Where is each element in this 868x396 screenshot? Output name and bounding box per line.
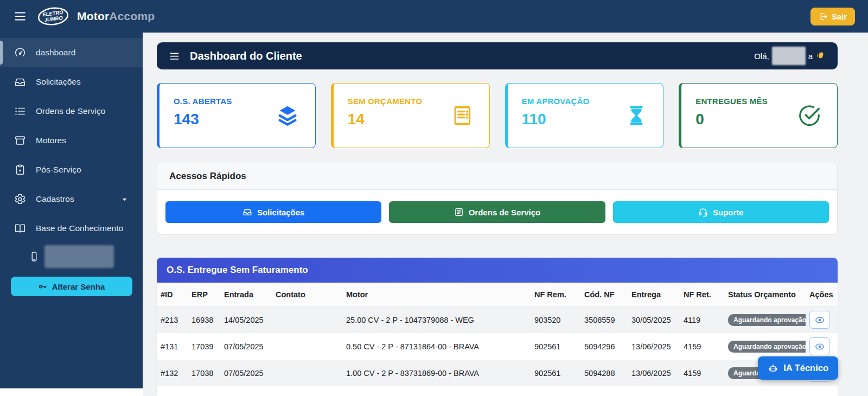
page-title: Dashboard do Cliente bbox=[190, 50, 302, 62]
quick-button-suporte[interactable]: Suporte bbox=[613, 201, 829, 223]
view-order-button[interactable] bbox=[809, 337, 830, 355]
sidebar-item-motores[interactable]: Motores bbox=[0, 126, 143, 155]
col-id: #ID bbox=[157, 290, 188, 299]
speedometer-icon bbox=[14, 47, 26, 59]
sidebar-user-row bbox=[0, 243, 143, 270]
hamburger-icon[interactable] bbox=[169, 50, 180, 62]
phone-icon bbox=[29, 251, 40, 262]
cell-motor: 1.00 CV - 2 P - 83731869-00 - BRAVA bbox=[342, 369, 531, 378]
redacted-user-name bbox=[772, 47, 806, 65]
view-order-button[interactable] bbox=[809, 311, 830, 329]
clipboard-icon bbox=[14, 164, 26, 176]
gear-icon bbox=[14, 193, 26, 205]
quick-button-solicitacoes[interactable]: Solicitações bbox=[165, 201, 381, 223]
col-cod-nf: Cód. NF bbox=[580, 290, 628, 299]
logout-icon bbox=[819, 12, 828, 21]
archive-box-icon bbox=[14, 135, 26, 146]
chevron-down-icon[interactable] bbox=[120, 195, 129, 203]
cell-nf-ret: 4159 bbox=[680, 342, 724, 351]
eye-icon bbox=[815, 342, 825, 352]
sidebar-item-pos-servico[interactable]: Pós-Serviço bbox=[0, 155, 143, 184]
col-entrega: Entrega bbox=[628, 290, 680, 299]
eye-icon bbox=[815, 315, 825, 325]
cell-nf-rem: 902561 bbox=[531, 369, 580, 378]
cell-id: #131 bbox=[157, 342, 188, 351]
os-table-title: O.S. Entregue Sem Faturamento bbox=[157, 258, 838, 283]
quick-button-label: Suporte bbox=[713, 208, 744, 217]
user-greeting: Olá, a bbox=[754, 47, 826, 65]
table-row: #131 17039 07/05/2025 0.50 CV - 2 P - 87… bbox=[157, 333, 838, 360]
cell-motor: 25.00 CV - 2 P - 1047379088 - WEG bbox=[342, 316, 531, 324]
hourglass-icon bbox=[625, 104, 648, 127]
sidebar-item-label: dashboard bbox=[36, 48, 75, 58]
quick-button-label: Ordens de Serviço bbox=[469, 208, 541, 217]
cell-erp: 16938 bbox=[188, 316, 220, 324]
inbox-icon bbox=[242, 207, 252, 217]
top-bar: ELETRO JUMBO MotorAccomp Sair bbox=[0, 0, 868, 33]
status-badge: Aguardando aprovação bbox=[728, 314, 806, 326]
col-nf-rem: NF Rem. bbox=[531, 290, 580, 299]
sidebar-item-base-de-conhecimento[interactable]: Base de Conhecimento bbox=[0, 214, 143, 243]
key-icon bbox=[38, 282, 47, 291]
col-entrada: Entrada bbox=[220, 290, 272, 299]
cell-id: #213 bbox=[157, 316, 188, 324]
table-column-headers: #ID ERP Entrada Contato Motor NF Rem. Có… bbox=[157, 283, 838, 306]
cell-cod-nf: 5094296 bbox=[580, 342, 628, 351]
cell-entrada: 07/05/2025 bbox=[220, 369, 272, 378]
logout-label: Sair bbox=[832, 12, 847, 21]
cell-entrega: 13/06/2025 bbox=[628, 369, 680, 378]
change-password-button[interactable]: Alterar Senha bbox=[11, 277, 132, 296]
journal-icon bbox=[454, 207, 464, 217]
sidebar-item-label: Base de Conhecimento bbox=[36, 223, 123, 233]
cell-erp: 17038 bbox=[188, 369, 220, 378]
sidebar-item-label: Pós-Serviço bbox=[36, 165, 81, 175]
table-row: #132 17038 07/05/2025 1.00 CV - 2 P - 83… bbox=[157, 360, 838, 386]
sidebar-item-label: Motores bbox=[36, 136, 66, 145]
check-circle-icon bbox=[797, 103, 822, 128]
book-icon bbox=[14, 222, 26, 234]
greeting-text: Olá, bbox=[754, 52, 769, 61]
main-content: Dashboard do Cliente Olá, a O.S. ABERTAS… bbox=[143, 33, 868, 396]
cell-motor: 0.50 CV - 2 P - 87131864-00 - BRAVA bbox=[342, 342, 531, 351]
page-header: Dashboard do Cliente Olá, a bbox=[157, 42, 838, 69]
cell-entrada: 14/05/2025 bbox=[220, 316, 272, 324]
stat-card-entregues-mes: ENTREGUES MÊS 0 bbox=[679, 83, 838, 148]
col-motor: Motor bbox=[342, 290, 531, 299]
cell-id: #132 bbox=[157, 369, 188, 378]
logout-button[interactable]: Sair bbox=[810, 8, 855, 25]
col-nf-ret: NF Ret. bbox=[680, 290, 724, 299]
sidebar-item-solicitacoes[interactable]: Solicitações bbox=[0, 67, 143, 97]
col-erp: ERP bbox=[188, 290, 220, 299]
cell-nf-rem: 902561 bbox=[531, 342, 580, 351]
stat-card-os-abertas: O.S. ABERTAS 143 bbox=[157, 83, 316, 148]
layers-icon bbox=[275, 103, 300, 128]
quick-access-panel: Acessos Rápidos Solicitações Ordens de S… bbox=[157, 163, 838, 235]
headset-icon bbox=[698, 207, 708, 217]
sidebar-item-ordens-de-servico[interactable]: Ordens de Serviço bbox=[0, 97, 143, 126]
ia-tecnico-label: IA Técnico bbox=[783, 363, 828, 373]
cell-nf-ret: 4159 bbox=[680, 369, 724, 378]
stat-cards-row: O.S. ABERTAS 143 SEM ORÇAMENTO 14 EM APR… bbox=[157, 83, 838, 148]
list-icon bbox=[14, 105, 26, 117]
cell-cod-nf: 5094288 bbox=[580, 369, 628, 378]
col-acoes: Ações bbox=[806, 290, 838, 299]
receipt-icon bbox=[450, 104, 474, 127]
quick-button-ordens-de-servico[interactable]: Ordens de Serviço bbox=[389, 201, 605, 223]
cell-entrega: 13/06/2025 bbox=[628, 342, 680, 351]
cell-erp: 17039 bbox=[188, 342, 220, 351]
os-table-card: O.S. Entregue Sem Faturamento #ID ERP En… bbox=[157, 258, 838, 396]
col-status-orcamento: Status Orçamento bbox=[724, 290, 806, 299]
cell-entrada: 07/05/2025 bbox=[220, 342, 272, 351]
redacted-user-name bbox=[44, 245, 114, 268]
inbox-icon bbox=[14, 76, 26, 88]
sidebar-item-dashboard[interactable]: dashboard bbox=[0, 38, 143, 67]
sidebar-item-label: Solicitações bbox=[36, 77, 81, 87]
sidebar-item-label: Cadastros bbox=[36, 194, 74, 204]
hamburger-icon[interactable] bbox=[13, 9, 27, 23]
cell-cod-nf: 3508559 bbox=[580, 316, 628, 324]
sidebar-item-cadastros[interactable]: Cadastros bbox=[0, 184, 143, 214]
sidebar: dashboard Solicitações Ordens de Serviço… bbox=[0, 33, 143, 388]
sidebar-item-label: Ordens de Serviço bbox=[36, 106, 105, 116]
col-contato: Contato bbox=[272, 290, 342, 299]
ia-tecnico-button[interactable]: IA Técnico bbox=[758, 356, 838, 380]
